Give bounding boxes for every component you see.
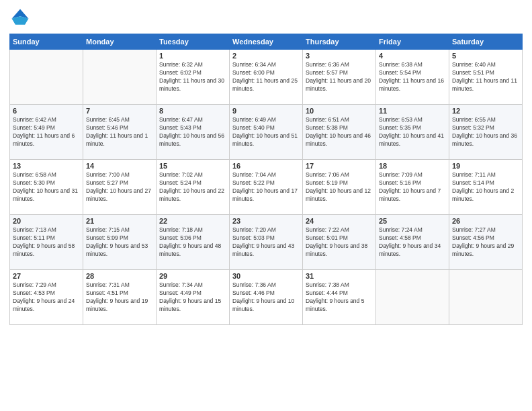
day-detail: Sunrise: 6:34 AMSunset: 6:00 PMDaylight:…: [232, 61, 300, 93]
day-number: 10: [306, 107, 373, 115]
weekday-header-row: SundayMondayTuesdayWednesdayThursdayFrid…: [10, 34, 523, 50]
day-number: 24: [306, 217, 373, 225]
day-number: 22: [159, 217, 226, 225]
calendar-cell: 25Sunrise: 7:24 AMSunset: 4:58 PMDayligh…: [376, 215, 449, 270]
day-detail: Sunrise: 7:06 AMSunset: 5:19 PMDaylight:…: [306, 171, 373, 203]
calendar-cell: 10Sunrise: 6:51 AMSunset: 5:38 PMDayligh…: [303, 105, 376, 160]
weekday-header: Tuesday: [157, 34, 230, 50]
day-detail: Sunrise: 6:55 AMSunset: 5:32 PMDaylight:…: [452, 116, 519, 148]
day-detail: Sunrise: 7:38 AMSunset: 4:44 PMDaylight:…: [306, 281, 373, 314]
day-detail: Sunrise: 7:20 AMSunset: 5:03 PMDaylight:…: [232, 226, 300, 259]
day-detail: Sunrise: 7:11 AMSunset: 5:14 PMDaylight:…: [452, 171, 519, 203]
day-detail: Sunrise: 6:53 AMSunset: 5:35 PMDaylight:…: [379, 116, 446, 148]
day-detail: Sunrise: 7:29 AMSunset: 4:53 PMDaylight:…: [13, 281, 80, 314]
weekday-header: Thursday: [303, 34, 376, 50]
calendar-cell: 29Sunrise: 7:34 AMSunset: 4:49 PMDayligh…: [157, 270, 230, 325]
calendar-cell: 7Sunrise: 6:45 AMSunset: 5:46 PMDaylight…: [83, 105, 157, 160]
day-detail: Sunrise: 6:32 AMSunset: 6:02 PMDaylight:…: [159, 61, 226, 93]
calendar-cell: 21Sunrise: 7:15 AMSunset: 5:09 PMDayligh…: [83, 215, 157, 270]
calendar-cell: 2Sunrise: 6:34 AMSunset: 6:00 PMDaylight…: [230, 50, 303, 105]
day-detail: Sunrise: 6:40 AMSunset: 5:51 PMDaylight:…: [452, 61, 519, 93]
calendar-cell: 6Sunrise: 6:42 AMSunset: 5:49 PMDaylight…: [10, 105, 83, 160]
weekday-header: Friday: [376, 34, 449, 50]
day-number: 17: [306, 162, 373, 170]
day-number: 7: [86, 107, 153, 115]
calendar-cell: [449, 270, 523, 325]
day-detail: Sunrise: 7:24 AMSunset: 4:58 PMDaylight:…: [379, 226, 446, 259]
day-detail: Sunrise: 7:27 AMSunset: 4:56 PMDaylight:…: [452, 226, 519, 259]
calendar-cell: 13Sunrise: 6:58 AMSunset: 5:30 PMDayligh…: [10, 160, 83, 215]
day-detail: Sunrise: 6:51 AMSunset: 5:38 PMDaylight:…: [306, 116, 373, 148]
calendar-cell: 26Sunrise: 7:27 AMSunset: 4:56 PMDayligh…: [449, 215, 523, 270]
calendar-cell: 8Sunrise: 6:47 AMSunset: 5:43 PMDaylight…: [157, 105, 230, 160]
calendar-cell: 31Sunrise: 7:38 AMSunset: 4:44 PMDayligh…: [303, 270, 376, 325]
day-number: 11: [379, 107, 446, 115]
day-number: 20: [13, 217, 80, 225]
calendar-week-row: 13Sunrise: 6:58 AMSunset: 5:30 PMDayligh…: [10, 160, 523, 215]
calendar-cell: 19Sunrise: 7:11 AMSunset: 5:14 PMDayligh…: [449, 160, 523, 215]
day-number: 28: [86, 272, 153, 280]
calendar-cell: [376, 270, 449, 325]
day-number: 31: [306, 272, 373, 280]
calendar-cell: 4Sunrise: 6:38 AMSunset: 5:54 PMDaylight…: [376, 50, 449, 105]
day-number: 25: [379, 217, 446, 225]
day-number: 26: [452, 217, 519, 225]
day-detail: Sunrise: 6:47 AMSunset: 5:43 PMDaylight:…: [159, 116, 226, 148]
calendar-cell: 17Sunrise: 7:06 AMSunset: 5:19 PMDayligh…: [303, 160, 376, 215]
calendar-cell: 1Sunrise: 6:32 AMSunset: 6:02 PMDaylight…: [157, 50, 230, 105]
day-number: 12: [452, 107, 519, 115]
calendar-cell: 28Sunrise: 7:31 AMSunset: 4:51 PMDayligh…: [83, 270, 157, 325]
day-detail: Sunrise: 7:02 AMSunset: 5:24 PMDaylight:…: [159, 171, 226, 203]
day-number: 3: [306, 52, 373, 60]
day-number: 19: [452, 162, 519, 170]
day-detail: Sunrise: 7:15 AMSunset: 5:09 PMDaylight:…: [86, 226, 153, 259]
calendar-cell: 9Sunrise: 6:49 AMSunset: 5:40 PMDaylight…: [230, 105, 303, 160]
day-number: 15: [159, 162, 226, 170]
calendar-cell: 5Sunrise: 6:40 AMSunset: 5:51 PMDaylight…: [449, 50, 523, 105]
calendar-cell: 3Sunrise: 6:36 AMSunset: 5:57 PMDaylight…: [303, 50, 376, 105]
calendar-table: SundayMondayTuesdayWednesdayThursdayFrid…: [9, 34, 523, 325]
calendar-cell: 14Sunrise: 7:00 AMSunset: 5:27 PMDayligh…: [83, 160, 157, 215]
day-detail: Sunrise: 7:31 AMSunset: 4:51 PMDaylight:…: [86, 281, 153, 314]
day-detail: Sunrise: 7:36 AMSunset: 4:46 PMDaylight:…: [232, 281, 300, 314]
weekday-header: Monday: [83, 34, 157, 50]
calendar-cell: 12Sunrise: 6:55 AMSunset: 5:32 PMDayligh…: [449, 105, 523, 160]
day-detail: Sunrise: 7:00 AMSunset: 5:27 PMDaylight:…: [86, 171, 153, 203]
day-number: 30: [232, 272, 300, 280]
calendar-cell: 22Sunrise: 7:18 AMSunset: 5:06 PMDayligh…: [157, 215, 230, 270]
logo-icon: [9, 7, 31, 28]
calendar-cell: [83, 50, 157, 105]
calendar-cell: 11Sunrise: 6:53 AMSunset: 5:35 PMDayligh…: [376, 105, 449, 160]
calendar-cell: 24Sunrise: 7:22 AMSunset: 5:01 PMDayligh…: [303, 215, 376, 270]
day-number: 8: [159, 107, 226, 115]
day-number: 18: [379, 162, 446, 170]
day-number: 9: [232, 107, 300, 115]
calendar-week-row: 27Sunrise: 7:29 AMSunset: 4:53 PMDayligh…: [10, 270, 523, 325]
day-detail: Sunrise: 6:49 AMSunset: 5:40 PMDaylight:…: [232, 116, 300, 148]
day-detail: Sunrise: 7:18 AMSunset: 5:06 PMDaylight:…: [159, 226, 226, 259]
calendar-cell: 23Sunrise: 7:20 AMSunset: 5:03 PMDayligh…: [230, 215, 303, 270]
day-number: 2: [232, 52, 300, 60]
day-number: 21: [86, 217, 153, 225]
day-number: 5: [452, 52, 519, 60]
day-detail: Sunrise: 6:36 AMSunset: 5:57 PMDaylight:…: [306, 61, 373, 93]
day-detail: Sunrise: 7:34 AMSunset: 4:49 PMDaylight:…: [159, 281, 226, 314]
day-detail: Sunrise: 6:58 AMSunset: 5:30 PMDaylight:…: [13, 171, 80, 203]
calendar-week-row: 6Sunrise: 6:42 AMSunset: 5:49 PMDaylight…: [10, 105, 523, 160]
logo: [9, 7, 34, 28]
calendar-page: SundayMondayTuesdayWednesdayThursdayFrid…: [0, 0, 532, 411]
calendar-cell: 18Sunrise: 7:09 AMSunset: 5:16 PMDayligh…: [376, 160, 449, 215]
calendar-cell: 16Sunrise: 7:04 AMSunset: 5:22 PMDayligh…: [230, 160, 303, 215]
calendar-cell: 27Sunrise: 7:29 AMSunset: 4:53 PMDayligh…: [10, 270, 83, 325]
day-detail: Sunrise: 6:45 AMSunset: 5:46 PMDaylight:…: [86, 116, 153, 148]
day-detail: Sunrise: 7:13 AMSunset: 5:11 PMDaylight:…: [13, 226, 80, 259]
calendar-cell: 20Sunrise: 7:13 AMSunset: 5:11 PMDayligh…: [10, 215, 83, 270]
day-number: 1: [159, 52, 226, 60]
day-number: 27: [13, 272, 80, 280]
calendar-cell: 30Sunrise: 7:36 AMSunset: 4:46 PMDayligh…: [230, 270, 303, 325]
calendar-week-row: 20Sunrise: 7:13 AMSunset: 5:11 PMDayligh…: [10, 215, 523, 270]
day-number: 13: [13, 162, 80, 170]
day-detail: Sunrise: 6:42 AMSunset: 5:49 PMDaylight:…: [13, 116, 80, 148]
day-detail: Sunrise: 7:09 AMSunset: 5:16 PMDaylight:…: [379, 171, 446, 203]
calendar-week-row: 1Sunrise: 6:32 AMSunset: 6:02 PMDaylight…: [10, 50, 523, 105]
